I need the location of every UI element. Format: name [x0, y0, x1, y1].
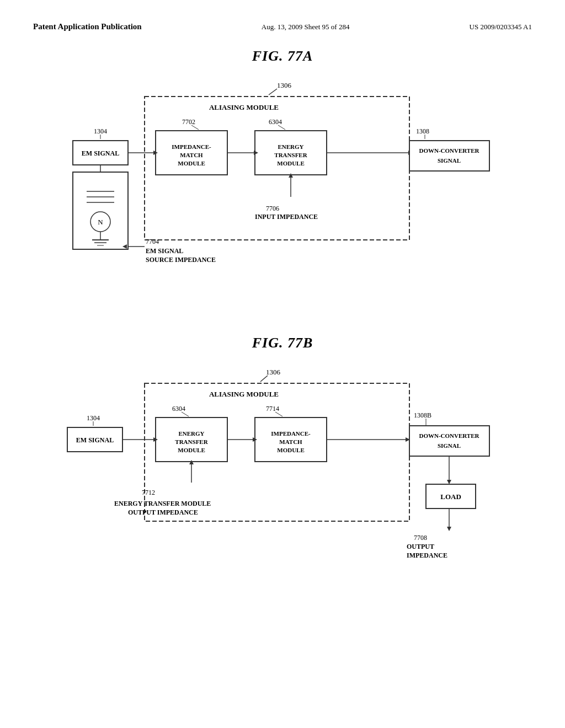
svg-text:SIGNAL: SIGNAL: [438, 442, 461, 449]
svg-marker-77: [447, 480, 451, 484]
svg-text:TRANSFER: TRANSFER: [175, 438, 208, 445]
svg-text:OUTPUT: OUTPUT: [407, 543, 434, 550]
svg-text:MATCH: MATCH: [180, 152, 203, 158]
svg-line-56: [182, 412, 189, 416]
svg-line-52: [260, 376, 268, 382]
svg-text:EM SIGNAL: EM SIGNAL: [146, 247, 183, 255]
svg-text:6304: 6304: [269, 118, 282, 126]
fig-77a-diagram: 1306 ALIASING MODULE 7702 IMPEDANCE- MAT…: [56, 76, 509, 313]
svg-text:EM SIGNAL: EM SIGNAL: [82, 149, 119, 157]
publication-title: Patent Application Publication: [33, 22, 142, 31]
svg-text:MODULE: MODULE: [277, 160, 305, 167]
svg-text:1304: 1304: [87, 414, 100, 422]
svg-line-62: [275, 412, 282, 416]
svg-text:ENERGY: ENERGY: [278, 143, 303, 150]
svg-text:SIGNAL: SIGNAL: [438, 157, 461, 164]
svg-text:ENERGY TRANSFER MODULE: ENERGY TRANSFER MODULE: [114, 500, 211, 507]
svg-text:LOAD: LOAD: [440, 493, 461, 501]
svg-text:MODULE: MODULE: [178, 447, 205, 453]
svg-text:1304: 1304: [94, 127, 107, 135]
svg-text:6304: 6304: [172, 405, 185, 413]
fig-77a-title: FIG. 77A: [33, 48, 532, 65]
svg-text:MATCH: MATCH: [279, 438, 302, 445]
svg-text:EM SIGNAL: EM SIGNAL: [76, 436, 114, 444]
page-header: Patent Application Publication Aug. 13, …: [33, 22, 532, 31]
svg-text:1308B: 1308B: [414, 411, 431, 419]
svg-text:1308: 1308: [416, 127, 429, 135]
svg-text:INPUT IMPEDANCE: INPUT IMPEDANCE: [255, 213, 318, 221]
svg-text:TRANSFER: TRANSFER: [274, 152, 307, 158]
svg-text:ENERGY: ENERGY: [178, 430, 204, 437]
svg-text:IMPEDANCE: IMPEDANCE: [407, 552, 447, 559]
svg-text:ALIASING MODULE: ALIASING MODULE: [209, 103, 279, 111]
svg-text:N: N: [98, 218, 103, 226]
svg-text:DOWN-CONVERTER: DOWN-CONVERTER: [419, 432, 479, 439]
svg-text:SOURCE IMPEDANCE: SOURCE IMPEDANCE: [146, 256, 216, 264]
svg-text:7712: 7712: [142, 489, 155, 496]
fig-77b-title: FIG. 77B: [33, 335, 532, 351]
fig-77a-section: FIG. 77A 1306 ALIASING MODULE 7702 IMPED…: [33, 48, 532, 313]
svg-text:DOWN-CONVERTER: DOWN-CONVERTER: [419, 147, 479, 154]
svg-text:ALIASING MODULE: ALIASING MODULE: [209, 390, 279, 398]
svg-rect-73: [409, 426, 489, 456]
svg-text:MODULE: MODULE: [178, 160, 205, 167]
svg-text:7702: 7702: [182, 118, 195, 126]
publication-number: US 2009/0203345 A1: [470, 23, 532, 31]
svg-text:OUTPUT IMPEDANCE: OUTPUT IMPEDANCE: [128, 508, 198, 516]
svg-line-1: [269, 89, 277, 95]
svg-line-5: [191, 125, 199, 130]
svg-text:1306: 1306: [277, 81, 292, 89]
svg-text:IMPEDANCE-: IMPEDANCE-: [271, 430, 311, 437]
svg-line-11: [278, 125, 285, 130]
page: Patent Application Publication Aug. 13, …: [0, 0, 565, 728]
svg-marker-81: [447, 527, 451, 531]
publication-date-sheet: Aug. 13, 2009 Sheet 95 of 284: [262, 23, 350, 31]
svg-rect-22: [409, 141, 489, 171]
fig-77b-diagram: 1306 ALIASING MODULE 6304 ENERGY TRANSFE…: [56, 362, 509, 599]
svg-text:7704: 7704: [146, 238, 159, 245]
svg-text:7706: 7706: [266, 205, 279, 212]
svg-text:7714: 7714: [266, 405, 279, 413]
svg-text:7708: 7708: [414, 534, 427, 542]
svg-text:MODULE: MODULE: [277, 447, 305, 453]
svg-text:IMPEDANCE-: IMPEDANCE-: [172, 143, 211, 150]
svg-text:1306: 1306: [266, 368, 281, 376]
fig-77b-section: FIG. 77B 1306 ALIASING MODULE 6304 ENERG…: [33, 335, 532, 599]
